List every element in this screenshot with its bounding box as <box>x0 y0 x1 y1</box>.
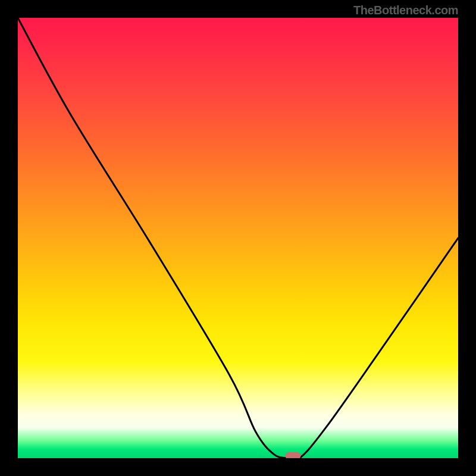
optimum-marker <box>286 452 301 458</box>
curve-layer <box>18 18 458 458</box>
bottleneck-curve-path <box>18 18 458 458</box>
bottleneck-chart: TheBottleneck.com <box>0 0 476 476</box>
watermark-text: TheBottleneck.com <box>353 4 458 17</box>
plot-area <box>18 18 458 458</box>
